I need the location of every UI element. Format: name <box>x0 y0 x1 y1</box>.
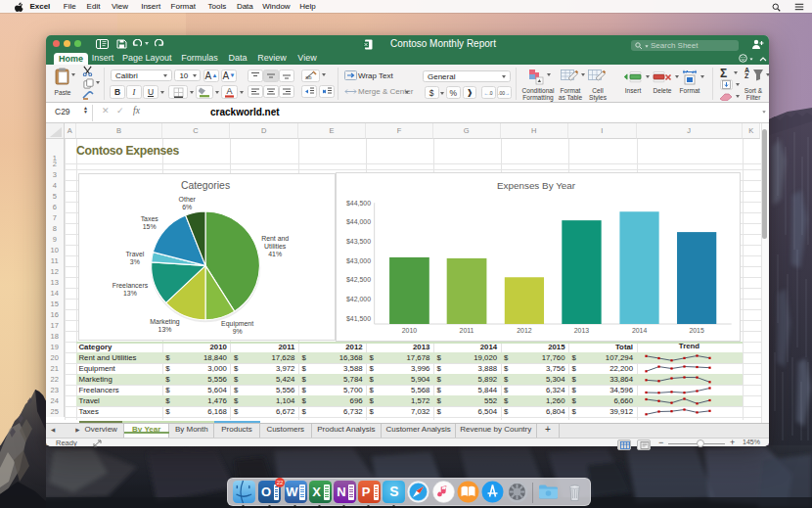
svg-text:Expenses By Year: Expenses By Year <box>497 180 576 191</box>
svg-text:Rent and: Rent and <box>261 235 289 242</box>
svg-text:2010: 2010 <box>402 327 418 334</box>
svg-text:Categories: Categories <box>181 180 230 191</box>
svg-text:13%: 13% <box>158 326 172 333</box>
svg-text:$44,000: $44,000 <box>346 218 371 225</box>
svg-text:41%: 41% <box>268 251 282 257</box>
svg-text:$43,500: $43,500 <box>346 238 371 245</box>
svg-text:6%: 6% <box>182 204 192 210</box>
svg-text:Utilities: Utilities <box>264 243 287 250</box>
svg-text:$43,000: $43,000 <box>346 257 371 264</box>
svg-text:15%: 15% <box>143 223 157 230</box>
svg-text:2014: 2014 <box>632 327 648 334</box>
svg-text:Freelancers: Freelancers <box>113 282 149 289</box>
svg-text:$42,500: $42,500 <box>346 276 371 283</box>
svg-text:$44,500: $44,500 <box>346 200 371 207</box>
svg-text:Other: Other <box>179 196 197 203</box>
svg-text:$42,000: $42,000 <box>346 296 371 302</box>
svg-text:Taxes: Taxes <box>141 215 159 222</box>
svg-text:2015: 2015 <box>689 327 704 334</box>
svg-text:$41,500: $41,500 <box>346 315 371 322</box>
svg-text:13%: 13% <box>123 290 137 297</box>
svg-text:Travel: Travel <box>125 251 144 257</box>
svg-text:2012: 2012 <box>517 327 532 334</box>
svg-text:3%: 3% <box>130 258 140 265</box>
svg-text:2011: 2011 <box>460 327 474 334</box>
svg-text:Marketing: Marketing <box>150 318 179 326</box>
svg-text:ab: ab <box>305 74 312 80</box>
svg-text:2013: 2013 <box>574 327 590 334</box>
svg-text:Equipment: Equipment <box>221 320 253 328</box>
svg-text:A: A <box>226 86 232 96</box>
svg-text:9%: 9% <box>233 328 243 335</box>
